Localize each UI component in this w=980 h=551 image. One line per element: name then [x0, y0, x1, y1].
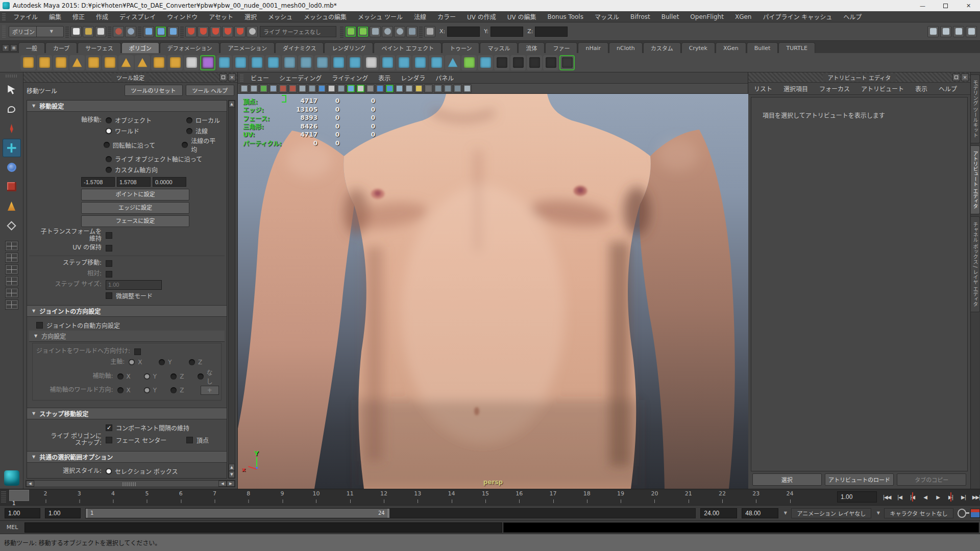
radio-custom-axis[interactable]: カスタム軸方向 [106, 165, 158, 174]
shelf-tab[interactable]: nCloth [609, 42, 643, 53]
multi-cut-icon[interactable] [363, 55, 379, 70]
animation-start-input[interactable] [5, 508, 40, 518]
shelf-tab[interactable]: トゥーン [442, 42, 479, 53]
reduce-icon[interactable] [347, 55, 362, 70]
textured-icon[interactable] [395, 84, 404, 93]
ae-menu-item[interactable]: ヘルプ [933, 84, 963, 93]
wireframe-icon[interactable] [366, 84, 375, 93]
vertex-checkbox[interactable]: 頂点 [186, 436, 209, 444]
poly-pyramid-icon[interactable] [135, 55, 150, 70]
bookmark-icon[interactable] [259, 84, 268, 93]
viewport-menu-item[interactable]: ビュー [246, 73, 274, 82]
save-scene-icon[interactable] [95, 26, 106, 37]
y-coord-input[interactable] [491, 27, 523, 37]
menu-item[interactable]: ウィンドウ [161, 11, 203, 22]
frame-tick-label[interactable]: 11 [347, 490, 354, 497]
section-move-settings[interactable]: ▼ 移動設定 [27, 101, 227, 112]
menu-item[interactable]: カラー [432, 11, 461, 22]
film-gate-icon[interactable] [308, 84, 316, 93]
secondary-axis-z-radio[interactable]: Z [170, 373, 193, 380]
set-to-edge-button[interactable]: エッジに設定 [81, 202, 189, 214]
shadows-icon[interactable] [424, 84, 433, 93]
mel-label[interactable]: MEL [0, 524, 24, 531]
layout-four-view-button[interactable] [5, 253, 18, 263]
menu-set-dropdown[interactable]: ポリゴン ▼ [9, 26, 64, 37]
snap-to-curve-icon[interactable] [198, 26, 209, 37]
keep-component-spacing-checkbox[interactable] [106, 424, 112, 431]
menu-item[interactable]: 編集 [43, 11, 67, 22]
use-default-material-icon[interactable] [405, 84, 413, 93]
quad-draw-icon[interactable] [461, 55, 477, 70]
chevron-down-icon[interactable]: ▼ [781, 511, 789, 515]
shelf-tab[interactable]: ダイナミクス [275, 42, 324, 53]
secondary-world-z-radio[interactable]: Z [170, 387, 193, 394]
snap-to-grid-icon[interactable] [185, 26, 197, 37]
playback-end-input[interactable] [700, 508, 737, 518]
float-panel-icon[interactable] [219, 73, 227, 81]
menu-item[interactable]: 修正 [67, 11, 90, 22]
snap-to-view-plane-icon[interactable] [234, 26, 246, 37]
viewport-grip[interactable] [240, 74, 243, 82]
step-size-input[interactable] [106, 280, 162, 290]
frame-tick-label[interactable]: 24 [787, 490, 794, 497]
ae-menu-item[interactable]: リスト [748, 84, 778, 93]
show-manipulator-tool[interactable] [3, 216, 21, 235]
insert-edge-loop-icon[interactable] [380, 55, 395, 70]
ae-menu-item[interactable]: 選択項目 [778, 84, 814, 93]
multisample-icon[interactable] [453, 84, 462, 93]
playback-range-bar[interactable]: 1 24 [86, 509, 389, 518]
menu-item[interactable]: ヘルプ [838, 11, 867, 22]
marquee-radio[interactable]: セレクション ボックス [106, 467, 178, 475]
menu-item[interactable]: 法線 [408, 11, 432, 22]
poly-pipe-icon[interactable] [151, 55, 166, 70]
tab-channel-box[interactable]: チャネル ボックス / レイヤ エディタ [970, 216, 980, 312]
new-scene-icon[interactable] [70, 26, 82, 37]
step-back-one-key-button[interactable]: |◀ [894, 491, 905, 503]
toggle-modeling-toolkit-icon[interactable] [927, 26, 939, 37]
poly-torus-icon[interactable] [102, 55, 117, 70]
frame-tick-label[interactable]: 3 [78, 490, 81, 497]
select-tool[interactable] [3, 81, 21, 99]
section-snap-settings[interactable]: ▼ スナップ移動設定 [27, 408, 227, 419]
menu-item[interactable]: ファイル [8, 11, 43, 22]
menu-item[interactable]: メッシュの編集 [298, 11, 352, 22]
sculpt-tool-icon[interactable] [216, 55, 232, 70]
rotate-tool[interactable] [3, 158, 21, 177]
paint-select-tool[interactable] [3, 119, 21, 138]
custom-axis-y-input[interactable] [117, 177, 151, 187]
scroll-up2-icon[interactable]: ▲ [229, 464, 235, 471]
shelf-editor-button[interactable]: ▦ [10, 44, 17, 52]
primary-axis-x-radio[interactable]: X [129, 359, 155, 366]
joint-auto-orient-checkbox[interactable] [36, 322, 43, 329]
primary-axis-y-radio[interactable]: Y [159, 359, 185, 366]
bevel-icon[interactable] [412, 55, 428, 70]
grease-pencil-icon[interactable] [288, 84, 297, 93]
menu-item[interactable]: メッシュ ツール [352, 11, 408, 22]
scroll-left-icon[interactable]: ◀ [26, 481, 34, 487]
range-slider-track[interactable]: 1 24 [85, 508, 696, 518]
layout-persp-graph-button[interactable] [5, 276, 18, 286]
radio-object[interactable]: オブジェクト [106, 116, 182, 124]
image-plane-icon[interactable] [269, 84, 278, 93]
load-attributes-button[interactable]: アトリビュートのロード [825, 473, 894, 486]
viewport-menu-item[interactable]: シェーディング [274, 73, 327, 82]
shelf-menu-button[interactable]: ▼ [2, 44, 9, 52]
secondary-axis-none-radio[interactable]: なし [198, 368, 215, 385]
boolean-intersection-icon[interactable] [314, 55, 330, 70]
soft-modification-tool[interactable] [3, 197, 21, 215]
viewport-menu-item[interactable]: パネル [430, 73, 459, 82]
radio-normals-average[interactable]: 法線の平均 [182, 136, 220, 154]
preserve-child-checkbox[interactable] [106, 232, 112, 239]
menu-item[interactable]: UV の作成 [461, 11, 502, 22]
frame-tick-label[interactable]: 6 [179, 490, 183, 497]
redo-icon[interactable] [125, 26, 136, 37]
screen-space-ao-icon[interactable] [434, 84, 443, 93]
frame-tick-label[interactable]: 16 [516, 490, 523, 497]
radio-along-rotation-axis[interactable]: 回転軸に沿って [104, 141, 178, 149]
play-backwards-button[interactable]: ◀ [919, 491, 931, 503]
extract-icon[interactable] [265, 55, 281, 70]
animation-preferences-icon[interactable] [970, 509, 980, 518]
playback-start-input[interactable] [45, 508, 81, 518]
gate-mask-icon[interactable] [327, 84, 336, 93]
two-d-pan-zoom-icon[interactable] [279, 84, 287, 93]
